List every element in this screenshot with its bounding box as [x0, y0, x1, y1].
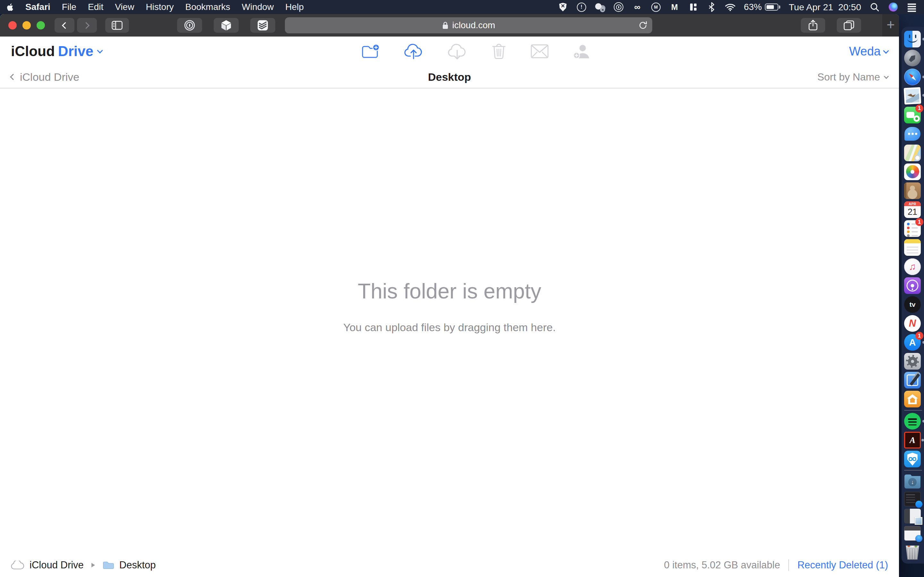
- dock-messages-icon[interactable]: [904, 126, 921, 142]
- dock-reminders-icon[interactable]: 1: [904, 220, 921, 237]
- dock-downloads-icon[interactable]: [904, 473, 921, 490]
- dock-music-icon[interactable]: [904, 258, 921, 275]
- circle-exclamation-icon[interactable]: [576, 2, 586, 12]
- dock-news-icon[interactable]: N: [904, 315, 921, 332]
- folder-icon: [103, 561, 114, 570]
- dock-appstore-icon[interactable]: A1: [904, 334, 921, 351]
- recently-deleted-link[interactable]: Recently Deleted (1): [797, 559, 888, 571]
- dock-safari-icon[interactable]: [904, 69, 921, 85]
- running-indicator: [921, 439, 924, 442]
- share-button[interactable]: [801, 18, 825, 33]
- todo-extension-button[interactable]: [250, 18, 275, 33]
- sidebar-toggle-button[interactable]: [105, 18, 129, 33]
- chevron-right-icon: [83, 22, 89, 29]
- icon-text: A: [909, 435, 915, 445]
- spotlight-search-icon[interactable]: [869, 2, 880, 12]
- cube-extension-button[interactable]: [214, 18, 239, 33]
- close-window-button[interactable]: [8, 21, 17, 29]
- add-person-button[interactable]: [572, 43, 590, 60]
- running-indicator: [922, 420, 924, 422]
- battery-indicator[interactable]: 63%: [744, 2, 780, 12]
- app-switcher-dropdown[interactable]: iCloud Drive: [11, 43, 102, 59]
- chevron-down-icon: [884, 74, 889, 79]
- wifi-icon[interactable]: [725, 2, 735, 12]
- circle-m-icon[interactable]: [651, 2, 661, 12]
- dock-trash-icon[interactable]: [904, 543, 921, 560]
- chevron-down-icon: [883, 48, 889, 53]
- dock-home-icon[interactable]: [904, 391, 921, 408]
- back-button[interactable]: [55, 18, 74, 33]
- dock-min-safari-icon[interactable]: [904, 526, 921, 541]
- menu-bar-clock[interactable]: Tue Apr 21 20:50: [788, 2, 861, 13]
- dock-podcasts-icon[interactable]: [904, 277, 921, 294]
- split-bars-icon[interactable]: [688, 2, 698, 12]
- browser-toolbar: icloud.com +: [0, 14, 899, 37]
- icon-text: APR: [904, 201, 921, 206]
- new-tab-button[interactable]: +: [882, 14, 899, 37]
- menu-safari[interactable]: Safari: [25, 2, 50, 12]
- running-indicator: [922, 341, 924, 343]
- dock-tv-icon[interactable]: tv: [904, 296, 921, 313]
- tab-overview-button[interactable]: [837, 18, 861, 33]
- menu-view[interactable]: View: [115, 2, 134, 12]
- breadcrumb-root[interactable]: iCloud Drive: [29, 559, 84, 571]
- breadcrumb-current: Desktop: [120, 559, 156, 571]
- forward-button[interactable]: [77, 18, 97, 33]
- shield-x-icon[interactable]: [557, 2, 568, 12]
- battery-cap: [779, 5, 780, 9]
- wifi-icon: [725, 3, 735, 11]
- creative-cloud-icon[interactable]: [632, 2, 642, 12]
- letter-m-icon[interactable]: [669, 2, 680, 12]
- upload-button[interactable]: [404, 43, 423, 60]
- dock-acrobat-icon[interactable]: A: [904, 432, 921, 448]
- bluetooth-icon[interactable]: [706, 2, 717, 12]
- new-folder-button[interactable]: [360, 43, 380, 59]
- dock-calendar-icon[interactable]: APR21: [904, 201, 921, 218]
- dock-vpn-icon[interactable]: [904, 451, 921, 467]
- delete-button[interactable]: [491, 43, 507, 60]
- dock-min-mail-icon[interactable]: [904, 509, 921, 524]
- dock-xcode-icon[interactable]: [904, 372, 921, 388]
- brand-drive: Drive: [58, 43, 94, 59]
- dock-facetime-icon[interactable]: 1: [904, 107, 921, 123]
- minimize-window-button[interactable]: [23, 21, 31, 29]
- list-menu-icon[interactable]: [907, 2, 917, 12]
- folder-content-area[interactable]: This folder is empty You can upload file…: [0, 89, 899, 553]
- dock-contacts-icon[interactable]: [904, 182, 921, 199]
- overlapping-circles-x-icon[interactable]: [595, 2, 605, 12]
- address-bar[interactable]: icloud.com: [285, 17, 652, 33]
- menu-edit[interactable]: Edit: [88, 2, 103, 12]
- password-extension-button[interactable]: [177, 18, 202, 33]
- items-status-text: 0 items, 5.02 GB available: [664, 559, 780, 571]
- siri-icon[interactable]: [888, 2, 898, 12]
- account-dropdown[interactable]: Weda: [849, 45, 888, 58]
- breadcrumb-back[interactable]: iCloud Drive: [11, 71, 428, 83]
- brand-icloud: iCloud: [11, 43, 55, 59]
- reload-button[interactable]: [638, 21, 648, 31]
- menu-file[interactable]: File: [62, 2, 76, 12]
- dock-settings-icon[interactable]: [904, 353, 921, 370]
- dock-spotify-icon[interactable]: [904, 413, 921, 430]
- dock-launchpad-icon[interactable]: [904, 50, 921, 66]
- apple-menu-icon[interactable]: [7, 3, 13, 11]
- menu-history[interactable]: History: [145, 2, 174, 12]
- dock-divider: [904, 470, 922, 471]
- menu-help[interactable]: Help: [285, 2, 304, 12]
- dock-notes-icon[interactable]: [904, 239, 921, 256]
- zoom-window-button[interactable]: [37, 21, 45, 29]
- menu-window[interactable]: Window: [242, 2, 274, 12]
- dock-maps-icon[interactable]: [904, 145, 921, 161]
- dock-finder-icon[interactable]: [904, 31, 921, 47]
- sort-dropdown[interactable]: Sort by Name: [471, 71, 888, 83]
- empty-state-subtitle: You can upload files by dragging them he…: [343, 321, 556, 334]
- download-button[interactable]: [447, 43, 467, 60]
- battery-percent: 63%: [744, 2, 762, 12]
- keyhole-circle-icon[interactable]: [614, 2, 624, 12]
- dock: 1APR211tvNA1A: [899, 14, 924, 577]
- dock-min-appstore-icon[interactable]: [904, 492, 921, 506]
- dock-mail-icon[interactable]: [904, 87, 921, 105]
- menu-bookmarks[interactable]: Bookmarks: [186, 2, 230, 12]
- dock-photos-icon[interactable]: [904, 163, 921, 180]
- share-icon: [808, 19, 818, 31]
- email-link-button[interactable]: [531, 44, 549, 58]
